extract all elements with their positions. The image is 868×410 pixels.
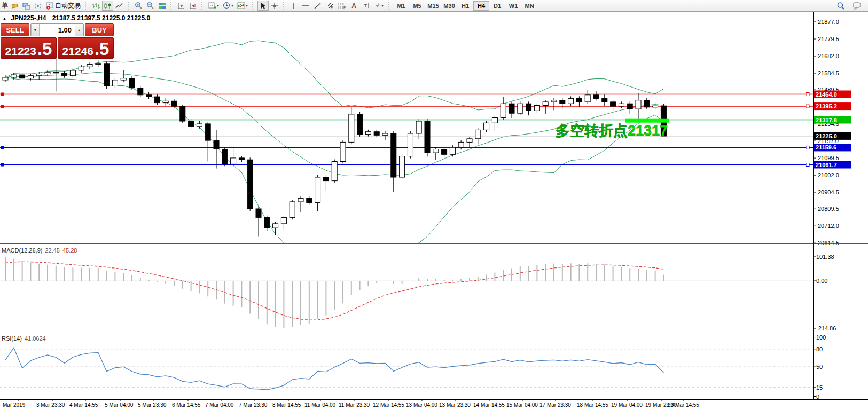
bar-chart-icon[interactable] [90,1,101,11]
auto-trading-button[interactable]: 自动交易 [44,1,82,11]
line-handle[interactable] [806,146,809,149]
price-axis-label: 21099.5 [818,155,839,161]
new-chart-button[interactable]: ▾ [207,1,221,11]
price-chart[interactable]: 多空转折点21317101.380.00-214.861008050150218… [0,12,868,410]
sell-button[interactable]: SELL [1,23,29,36]
collapse-panel-icon[interactable]: ▲ [2,16,7,21]
line-handle[interactable] [1,93,4,96]
candle-body [62,73,67,76]
tab-timeframe-M1[interactable]: M1 [393,1,409,11]
candle-body [163,101,168,102]
tab-timeframe-H4[interactable]: H4 [473,1,489,11]
zoom-in-icon[interactable] [133,1,144,11]
candle-body [484,123,489,130]
buy-button[interactable]: BUY [85,23,114,36]
chart-workspace[interactable]: 多空转折点21317101.380.00-214.861008050150218… [0,12,868,410]
tab-timeframe-M5[interactable]: M5 [409,1,425,11]
search-icon[interactable] [835,1,847,11]
sell-price-button[interactable]: 21223 .5 [1,37,57,59]
time-axis-label: 11 Mar 23:30 [339,402,370,408]
tile-windows-icon[interactable] [157,1,168,11]
sell-price-frac: .5 [37,42,52,57]
candle-body [653,106,658,107]
highlight-segment[interactable] [625,119,669,123]
rsi-axis-label: 50 [816,364,823,370]
chart-shift-icon[interactable] [187,1,199,11]
vertical-line-tool[interactable] [288,1,300,11]
time-axis-label: 11 Mar 04:00 [304,402,335,408]
candle-body [543,102,548,106]
volume-input[interactable] [40,24,75,36]
buy-price-button[interactable]: 21246 .5 [58,37,114,59]
text-tool[interactable]: A [348,1,359,11]
candle-body [551,100,557,102]
candles [3,53,666,236]
price-axis-label: 20904.5 [818,189,839,195]
candle-body [28,76,33,78]
candle-body [416,121,421,133]
candle-body [467,139,472,143]
one-click-trade-panel: SELL ▼ ▲ BUY 21223 .5 21246 .5 [1,23,114,59]
horizontal-line-tool[interactable] [300,1,311,11]
zoom-out-icon[interactable] [145,1,156,11]
channel-glyph: E [325,2,334,10]
candlestick-chart-icon[interactable] [102,1,113,11]
line-handle[interactable] [1,105,4,108]
text-label-tool[interactable]: T [360,1,371,11]
macd-pane [0,257,813,328]
cursor-icon[interactable] [257,1,269,11]
magnifier-minus-glyph [146,2,154,10]
macd-name: MACD(12,26,9) [2,247,42,254]
candle-body [644,100,650,107]
time-axis-label: 6 Mar 14:55 [172,402,200,408]
tab-timeframe-H1[interactable]: H1 [457,1,473,11]
crosshair-icon[interactable] [269,1,280,11]
svg-text:21395.2: 21395.2 [816,103,837,109]
line-handle[interactable] [806,105,809,108]
price-tag-21225.0: 21225.0 [814,132,851,140]
chart-annotation[interactable]: 多空转折点21317 [556,123,668,139]
line-chart-icon[interactable] [114,1,125,11]
tab-timeframe-MN[interactable]: MN [521,1,537,11]
tab-timeframe-D1[interactable]: D1 [489,1,505,11]
line-handle[interactable] [1,146,4,149]
arrows-tool[interactable]: ▾ [372,1,385,11]
clock-icon [223,2,231,10]
market-watch-icon[interactable] [21,1,32,11]
fibonacci-tool[interactable]: F [336,1,348,11]
toolbar-separator [252,2,255,10]
candle-body [146,95,152,97]
auto-scroll-icon[interactable] [176,1,187,11]
new-order-icon[interactable] [9,1,20,11]
volume-increase-button[interactable]: ▲ [75,24,83,36]
crosshair-glyph [271,2,279,10]
periods-button[interactable]: ▾ [221,1,235,11]
hline-glyph [302,2,310,10]
candle-body [315,177,320,203]
rsi-value: 41.0624 [25,335,46,342]
new-chart-icon [208,2,216,10]
shift-glyph [189,2,197,10]
price-axis-label: 21584.5 [818,70,839,76]
candle-body [382,133,388,135]
partial-order-label[interactable]: 单 [1,1,9,10]
volume-decrease-button[interactable]: ▼ [31,24,40,36]
arrows-glyph [373,2,381,10]
toolbar: 单 自动交易 ▾ ▾ [0,0,868,12]
line-handle[interactable] [1,163,4,167]
line-handle[interactable] [806,93,809,96]
price-axis-label: 20614.5 [818,240,839,246]
trendline-tool[interactable] [312,1,323,11]
time-axis-label: 8 Mar 14:55 [272,402,301,408]
candle-body [239,158,244,160]
tab-timeframe-M30[interactable]: M30 [441,1,457,11]
signal-icon[interactable] [33,1,44,11]
equidistant-channel-tool[interactable]: E [324,1,335,11]
tab-timeframe-M15[interactable]: M15 [425,1,441,11]
price-axis-label: 21877.0 [818,19,839,25]
indicators-button[interactable]: ▾ [236,1,249,11]
tab-timeframe-W1[interactable]: W1 [505,1,521,11]
chat-icon[interactable] [851,1,864,11]
line-handle[interactable] [806,163,809,167]
price-axis-label: 21002.0 [818,172,839,178]
